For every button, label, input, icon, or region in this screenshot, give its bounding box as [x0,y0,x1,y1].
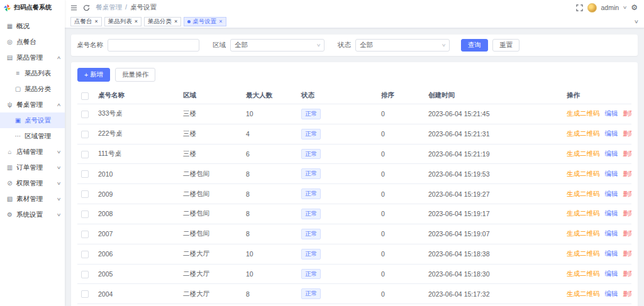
sidebar-item-dish-category[interactable]: ▢菜品分类 [0,81,65,97]
status-filter-select[interactable]: 全部 ∨ [355,39,450,52]
hamburger-icon[interactable] [70,4,77,11]
close-icon[interactable]: × [174,18,177,25]
generate-qrcode-link[interactable]: 生成二维码 [567,150,600,157]
row-checkbox[interactable] [81,210,89,218]
delete-link[interactable]: 删除 [623,129,632,137]
cell-table-name: 111号桌 [94,144,179,164]
close-icon[interactable]: × [95,18,98,25]
generate-qrcode-link[interactable]: 生成二维码 [567,209,600,217]
tabs-chevron-down-icon[interactable]: ∨ [634,19,639,25]
generate-qrcode-link[interactable]: 生成二维码 [567,129,600,137]
cell-sort: 0 [377,144,425,164]
row-checkbox[interactable] [81,251,89,258]
sidebar-item-order-desk[interactable]: ◎点餐台 [0,34,65,50]
row-checkbox[interactable] [81,290,89,298]
search-button[interactable]: 查询 [461,39,488,52]
row-checkbox[interactable] [81,151,89,158]
status-select-chevron-down-icon: ∨ [441,43,447,48]
sidebar-item-table-management[interactable]: ψ餐桌管理∧ [0,97,65,112]
delete-link[interactable]: 删除 [623,209,632,217]
edit-link[interactable]: 编辑 [605,109,618,117]
edit-link[interactable]: 编辑 [605,249,618,257]
delete-link[interactable]: 删除 [623,150,632,157]
edit-link[interactable]: 编辑 [605,270,618,277]
row-checkbox[interactable] [81,231,89,238]
select-all-checkbox[interactable] [81,92,89,100]
tab-dish-list[interactable]: 菜品列表× [104,17,142,26]
generate-qrcode-link[interactable]: 生成二维码 [567,190,600,197]
generate-qrcode-link[interactable]: 生成二维码 [567,270,600,277]
edit-link[interactable]: 编辑 [605,229,618,237]
table-name-filter-input[interactable] [108,39,199,52]
status-badge: 正常 [301,109,321,119]
breadcrumb-current: 桌号设置 [130,3,157,12]
delete-link[interactable]: 删除 [623,229,632,237]
sidebar-item-permission-management[interactable]: ⊘权限管理∨ [0,175,65,191]
user-chevron-down-icon: ∨ [623,5,628,10]
sidebar-item-system-settings[interactable]: ⚙系统设置∨ [0,207,65,222]
close-icon[interactable]: × [219,18,222,25]
tab-dish-category[interactable]: 菜品分类× [144,17,181,26]
close-icon[interactable]: × [135,18,138,25]
delete-link[interactable]: 删除 [623,249,632,257]
sidebar-item-label: 素材管理 [16,195,43,204]
cell-created-time: 2023-06-04 15:17:32 [425,284,563,304]
row-checkbox[interactable] [81,271,89,278]
row-checkbox[interactable] [81,111,89,118]
sidebar-item-store-management[interactable]: ⌂店铺管理∨ [0,144,65,160]
batch-actions-button[interactable]: 批量操作 [115,68,155,82]
cell-table-name: 2005 [94,264,179,284]
delete-link[interactable]: 删除 [623,270,632,277]
generate-qrcode-link[interactable]: 生成二维码 [567,290,600,297]
avatar[interactable] [587,3,597,13]
delete-link[interactable]: 删除 [623,109,632,117]
row-checkbox[interactable] [81,190,89,198]
sidebar-item-material-management[interactable]: ▧素材管理∨ [0,191,65,207]
generate-qrcode-link[interactable]: 生成二维码 [567,249,600,257]
refresh-icon[interactable] [83,4,90,11]
gear-icon[interactable]: ⚙ [631,4,638,11]
breadcrumb-root[interactable]: 餐桌管理 [96,3,122,12]
cell-max-people: 4 [242,304,297,306]
cell-table-name: 2003 [94,304,179,306]
status-filter-value: 全部 [360,41,373,50]
column-header: 最大人数 [242,87,297,104]
tab-order-desk[interactable]: 点餐台× [70,17,102,26]
table-row: 2006二楼大厅10正常02023-06-04 15:18:38生成二维码编辑删… [77,244,631,264]
generate-qrcode-link[interactable]: 生成二维码 [567,229,600,237]
delete-link[interactable]: 删除 [623,170,632,177]
cell-area: 二楼包间 [179,224,242,244]
sidebar-item-label: 系统设置 [16,210,43,219]
sidebar-item-order-management[interactable]: ▥订单管理∨ [0,160,65,175]
delete-link[interactable]: 删除 [623,190,632,197]
username[interactable]: admin [601,4,619,11]
sidebar-item-table-settings[interactable]: ▣桌号设置 [0,112,65,128]
sidebar-item-overview[interactable]: ▦概况 [0,18,65,34]
generate-qrcode-link[interactable]: 生成二维码 [567,109,600,117]
cell-actions: 生成二维码编辑删除 [563,304,631,306]
tab-label: 点餐台 [74,18,92,26]
edit-link[interactable]: 编辑 [605,129,618,137]
cell-sort: 0 [377,124,425,144]
edit-link[interactable]: 编辑 [605,290,618,297]
row-checkbox[interactable] [81,170,89,178]
edit-link[interactable]: 编辑 [605,150,618,157]
row-select-cell [77,304,94,306]
active-tab-dot-icon [187,20,191,23]
row-select-cell [77,224,94,244]
sidebar-item-dish-list[interactable]: ≡菜品列表 [0,65,65,81]
add-button[interactable]: + 新增 [77,68,110,82]
row-checkbox[interactable] [81,131,89,138]
topbar: 餐桌管理 / 桌号设置 admin ∨ ⚙ [65,0,644,15]
area-filter-select[interactable]: 全部 ∨ [230,39,325,52]
edit-link[interactable]: 编辑 [605,170,618,177]
sidebar-item-area-management[interactable]: ⋯区域管理 [0,128,65,144]
edit-link[interactable]: 编辑 [605,209,618,217]
generate-qrcode-link[interactable]: 生成二维码 [567,170,600,177]
edit-link[interactable]: 编辑 [605,190,618,197]
delete-link[interactable]: 删除 [623,290,632,297]
sidebar-item-dish-management[interactable]: ▤菜品管理∧ [0,50,65,65]
reset-button[interactable]: 重置 [492,39,519,52]
tab-table-settings[interactable]: 桌号设置× [184,17,226,26]
fullscreen-icon[interactable] [576,4,583,11]
